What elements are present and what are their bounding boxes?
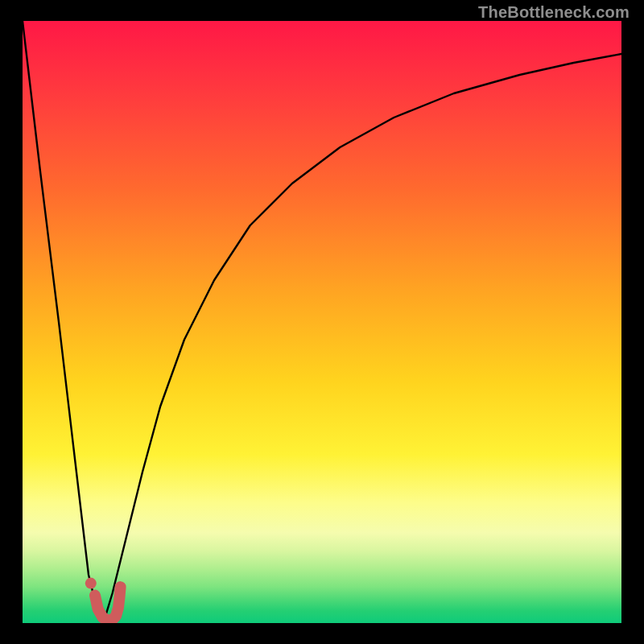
chart-frame: TheBottleneck.com: [0, 0, 644, 644]
curve-line: [23, 21, 621, 623]
bottom-j-marker: [95, 587, 121, 620]
watermark-text: TheBottleneck.com: [478, 3, 630, 22]
marker-dot: [85, 578, 97, 589]
plot-area: [23, 21, 621, 623]
chart-svg: [23, 21, 621, 623]
